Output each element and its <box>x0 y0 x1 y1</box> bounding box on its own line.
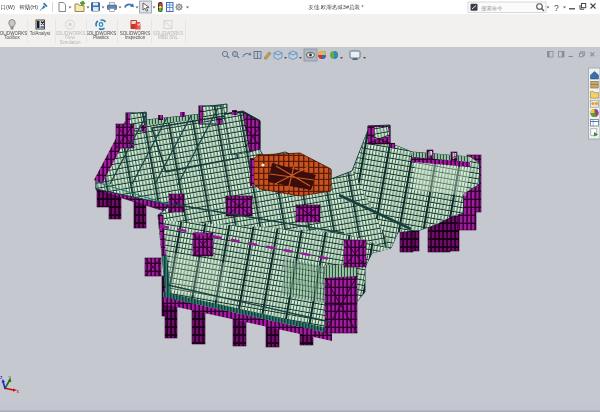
svg-text:?: ? <box>554 3 559 13</box>
svg-text:搜索命令: 搜索命令 <box>481 5 503 12</box>
